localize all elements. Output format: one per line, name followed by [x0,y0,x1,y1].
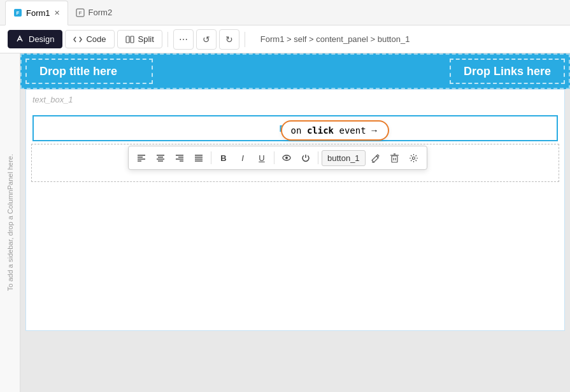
component-name-label: button_1 [322,150,366,166]
justify-button[interactable] [190,149,208,167]
svg-rect-6 [131,36,134,43]
toolbar-separator-1 [167,32,168,47]
code-button[interactable]: Code [65,30,114,48]
bold-icon: B [220,153,226,163]
italic-button[interactable]: I [234,149,252,167]
close-icon[interactable]: ✕ [54,9,60,17]
sidebar-hint-text: To add a sidebar, drop a ColumnPanel her… [6,154,14,291]
click-event-bubble[interactable]: on click event → [281,120,389,141]
form2-tab-icon: F [76,8,85,17]
fmt-separator-3 [318,151,318,164]
eye-icon [281,153,292,163]
split-icon [125,35,134,44]
tab-form2[interactable]: F Form2 [68,0,120,25]
drop-title-text: Drop title here [39,65,117,78]
tab-form2-label: Form2 [89,8,113,17]
design-icon [16,35,25,44]
delete-button[interactable] [386,149,404,167]
underline-icon: U [259,153,264,163]
svg-text:F: F [78,10,82,16]
sidebar-hint: To add a sidebar, drop a ColumnPanel her… [0,53,20,392]
event-prefix: on [291,125,307,136]
settings-icon [409,153,418,163]
formatting-toolbar: B I U [128,146,427,170]
form1-tab-icon: F [13,8,22,17]
delete-icon [390,153,399,163]
underline-button[interactable]: U [253,149,271,167]
visibility-button[interactable] [278,149,296,167]
fmt-separator-1 [211,151,211,164]
svg-rect-5 [126,36,129,43]
toolbar-separator-2 [245,32,245,47]
svg-line-36 [411,155,412,157]
justify-icon [194,153,204,163]
design-label: Design [29,34,54,44]
align-center-icon [155,153,166,163]
svg-text:F: F [17,10,20,16]
floating-toolbar-wrapper: on click event → [128,120,427,170]
svg-rect-26 [392,156,397,162]
svg-line-37 [416,160,417,161]
power-icon [301,153,311,163]
align-center-button[interactable] [152,149,169,167]
svg-point-31 [413,157,415,159]
drop-links-text: Drop Links here [464,65,551,78]
bold-button[interactable]: B [215,149,232,167]
fmt-separator-2 [274,151,274,164]
toolbar: Design Code Split ⋯ ↺ ↻ Form1 > self > c… [0,25,570,53]
header-bar: Drop title here Drop Links here [20,53,570,89]
canvas-area: To add a sidebar, drop a ColumnPanel her… [0,53,570,392]
breadcrumb: Form1 > self > content_panel > button_1 [260,34,410,44]
split-label: Split [138,34,154,44]
align-left-icon [136,153,146,163]
drop-title-zone[interactable]: Drop title here [25,59,153,84]
more-button[interactable]: ⋯ [173,29,194,50]
code-label: Code [86,34,106,44]
tab-bar: F Form1 ✕ F Form2 [0,0,570,25]
redo-button[interactable]: ↻ [219,29,239,50]
content-area: text_box_1 on click event → [25,89,565,331]
svg-point-24 [285,157,288,159]
click-event-text: on click event [291,125,366,136]
event-suffix: event [334,125,366,136]
code-icon [73,35,82,44]
event-arrow: → [370,125,379,136]
drop-links-zone[interactable]: Drop Links here [450,59,565,84]
align-left-button[interactable] [132,149,150,167]
header-spacer [157,55,446,88]
align-right-icon [175,153,185,163]
settings-button[interactable] [405,149,423,167]
edit-icon [371,153,380,163]
edit-button[interactable] [367,149,385,167]
main-canvas: Drop title here Drop Links here text_box… [20,53,570,392]
design-button[interactable]: Design [8,30,62,48]
text-box-label: text_box_1 [32,95,73,104]
power-button[interactable] [297,149,315,167]
undo-button[interactable]: ↺ [196,29,217,50]
italic-icon: I [241,153,244,163]
split-button[interactable]: Split [117,30,162,48]
event-keyword: click [307,125,334,136]
svg-line-39 [411,160,412,161]
align-right-button[interactable] [171,149,189,167]
tab-form1-label: Form1 [26,8,50,18]
tab-form1[interactable]: F Form1 ✕ [5,1,68,25]
svg-line-38 [416,155,417,157]
